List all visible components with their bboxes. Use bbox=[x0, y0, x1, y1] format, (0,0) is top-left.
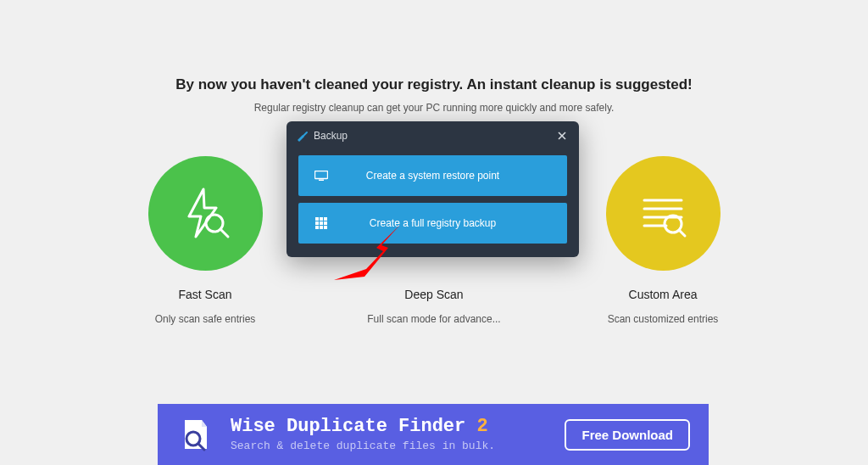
fast-scan-circle bbox=[148, 156, 263, 271]
page-headline: By now you haven't cleaned your registry… bbox=[175, 76, 693, 93]
fast-scan-title: Fast Scan bbox=[178, 288, 231, 301]
grid-icon bbox=[315, 217, 327, 229]
banner-title: Wise Duplicate Finder 2 bbox=[231, 417, 495, 437]
banner-title-part1: Wise Duplicate Finder bbox=[231, 416, 476, 437]
svg-line-1 bbox=[220, 229, 228, 237]
page-subhead: Regular registry cleanup can get your PC… bbox=[254, 102, 615, 114]
custom-area-desc: Scan customized entries bbox=[608, 313, 719, 325]
backup-dialog-header: Backup bbox=[287, 121, 579, 150]
custom-area-title: Custom Area bbox=[629, 288, 698, 301]
svg-line-8 bbox=[303, 132, 307, 136]
create-full-backup-label: Create a full registry backup bbox=[331, 217, 554, 229]
banner-title-part2: 2 bbox=[476, 416, 487, 437]
svg-rect-18 bbox=[324, 221, 327, 225]
svg-rect-17 bbox=[320, 221, 323, 225]
svg-rect-15 bbox=[324, 217, 327, 221]
close-icon bbox=[558, 132, 566, 140]
svg-rect-16 bbox=[315, 221, 319, 225]
banner-subtitle: Search & delete duplicate files in bulk. bbox=[231, 440, 495, 452]
backup-dialog-title: Backup bbox=[314, 130, 348, 142]
close-button[interactable] bbox=[554, 127, 570, 144]
promo-banner: Wise Duplicate Finder 2 Search & delete … bbox=[158, 404, 709, 465]
create-full-backup-button[interactable]: Create a full registry backup bbox=[298, 203, 567, 244]
monitor-icon bbox=[314, 171, 328, 181]
free-download-button[interactable]: Free Download bbox=[565, 419, 690, 451]
lightning-search-icon bbox=[175, 184, 235, 244]
create-restore-point-label: Create a system restore point bbox=[331, 170, 554, 182]
svg-line-7 bbox=[679, 230, 685, 236]
broom-icon bbox=[295, 129, 309, 143]
svg-rect-13 bbox=[315, 217, 319, 221]
list-search-icon bbox=[632, 183, 693, 244]
create-restore-point-button[interactable]: Create a system restore point bbox=[298, 155, 567, 196]
svg-rect-11 bbox=[315, 171, 328, 179]
backup-dialog: Backup Create a system restore point bbox=[287, 121, 579, 257]
deep-scan-title: Deep Scan bbox=[404, 288, 463, 301]
banner-app-icon bbox=[176, 417, 212, 452]
svg-rect-20 bbox=[320, 226, 323, 229]
svg-rect-21 bbox=[324, 226, 327, 229]
custom-area-option[interactable]: Custom Area Scan customized entries bbox=[587, 156, 739, 325]
svg-rect-19 bbox=[315, 226, 319, 229]
deep-scan-desc: Full scan mode for advance... bbox=[367, 313, 500, 325]
fast-scan-desc: Only scan safe entries bbox=[155, 313, 256, 325]
fast-scan-option[interactable]: Fast Scan Only scan safe entries bbox=[129, 156, 281, 325]
custom-area-circle bbox=[606, 156, 721, 271]
svg-rect-14 bbox=[320, 217, 323, 221]
